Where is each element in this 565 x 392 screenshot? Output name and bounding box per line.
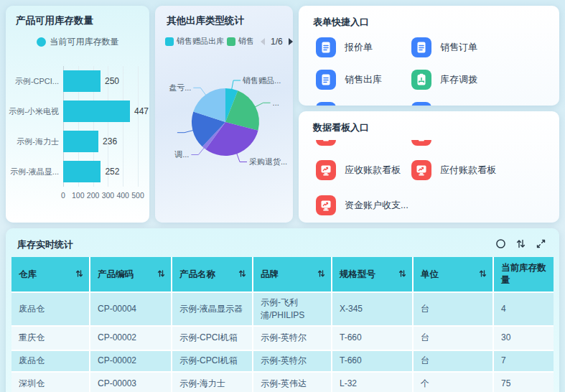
dashboard-shortcut-item[interactable] <box>316 140 345 146</box>
column-header-label: 当前库存数量 <box>501 262 548 286</box>
dashboard-shortcut-item-label: 应付账款看板 <box>440 160 496 180</box>
column-header[interactable]: 仓库 <box>11 257 90 292</box>
table-cell: 示例-海力士 <box>172 372 253 392</box>
bar[interactable] <box>63 70 101 92</box>
column-header[interactable]: 当前库存数量 <box>493 257 554 292</box>
dashboards-list: 应收账款看板应付账款看板资金账户收支... <box>299 140 559 223</box>
sort-icon[interactable] <box>515 238 526 249</box>
bar[interactable] <box>63 101 130 122</box>
inventory-table-panel: 库存实时统计 仓库产品编码产品名称品牌规格型号单位当前库存数量 废品仓CP-00… <box>6 228 559 392</box>
pie-legend-items: 销售赠品出库销售 <box>165 36 257 47</box>
table-cell: 30 <box>493 326 554 350</box>
dashboard-shortcut-item[interactable]: 应收账款看板 <box>316 160 401 180</box>
pie-legend-item[interactable]: 销售 <box>227 36 254 47</box>
x-axis-tick: 400 <box>116 191 129 200</box>
column-header-inner: 产品编码 <box>98 269 165 281</box>
bar-chart-legend[interactable]: 当前可用库存数量 <box>6 36 149 48</box>
x-axis-tick: 200 <box>87 191 100 200</box>
bar-value-label: 252 <box>105 157 119 187</box>
column-header[interactable]: 品牌 <box>253 257 332 292</box>
doc-icon <box>316 37 336 57</box>
table-cell: 7 <box>493 350 554 372</box>
bar-row: 示例-小米电视447 <box>6 96 149 126</box>
bar-value-label: 250 <box>105 66 119 96</box>
inventory-table: 仓库产品编码产品名称品牌规格型号单位当前库存数量 废品仓CP-00004示例-液… <box>11 257 554 392</box>
doc-icon <box>316 70 336 90</box>
bar[interactable] <box>63 161 101 182</box>
table-cell: T-660 <box>332 326 413 350</box>
table-cell: CP-00003 <box>90 372 172 392</box>
table-cell: 深圳仓 <box>11 372 90 392</box>
dashboard-shortcut-item[interactable] <box>411 140 440 146</box>
bar-value-label: 236 <box>103 126 117 157</box>
column-sort-icon[interactable] <box>157 269 165 280</box>
column-sort-icon[interactable] <box>75 269 83 280</box>
doc-icon <box>411 102 431 106</box>
legend-next-icon[interactable] <box>289 38 293 45</box>
form-shortcut-item[interactable]: 销售出库 <box>316 70 382 90</box>
form-shortcuts-panel: 表单快捷入口 报价单销售订单销售出库库存调拨 <box>299 6 559 106</box>
inventory-dashboard-page: 产品可用库存数量 当前可用库存数量 0100200300400500示例-CPC… <box>0 0 565 392</box>
form-shortcut-item[interactable]: 销售订单 <box>411 37 477 57</box>
dashboards-title: 数据看板入口 <box>313 121 369 134</box>
legend-label: 销售 <box>238 36 254 47</box>
column-header[interactable]: 产品编码 <box>90 257 172 292</box>
table-cell: CP-00002 <box>90 326 172 350</box>
column-sort-icon[interactable] <box>398 269 406 280</box>
table-cell: 示例-英伟达 <box>253 372 332 392</box>
form-shortcut-item[interactable] <box>316 102 345 106</box>
pie-legend-item[interactable]: 销售赠品出库 <box>165 36 224 47</box>
table-row[interactable]: 废品仓CP-00004示例-液晶显示器示例-飞利浦/PHILIPSX-345台4 <box>11 292 554 326</box>
dashboard-icon <box>316 140 336 146</box>
column-header-inner: 产品名称 <box>179 269 246 281</box>
table-cell: X-345 <box>332 292 413 326</box>
legend-marker <box>227 37 235 46</box>
bar-category-label: 示例-海力士 <box>6 126 59 157</box>
x-axis-tick: 300 <box>102 191 115 200</box>
bar-chart-panel: 产品可用库存数量 当前可用库存数量 0100200300400500示例-CPC… <box>6 6 149 223</box>
table-row[interactable]: 深圳仓CP-00003示例-海力士示例-英伟达L-32个75 <box>11 372 554 392</box>
pie-callout-label: 采购退货... <box>249 157 287 166</box>
column-header-label: 产品编码 <box>98 269 134 281</box>
table-row[interactable]: 重庆仓CP-00002示例-CPCI机箱示例-英特尔T-660台30 <box>11 326 554 350</box>
refresh-icon[interactable] <box>495 238 506 249</box>
column-sort-icon[interactable] <box>317 269 325 280</box>
form-shortcut-item-label: 销售出库 <box>345 70 382 90</box>
column-header[interactable]: 规格型号 <box>332 257 413 292</box>
pie-callout-line <box>232 80 241 90</box>
dashboard-shortcut-item[interactable]: 应付账款看板 <box>411 160 496 180</box>
bar[interactable] <box>63 131 98 152</box>
legend-label: 销售赠品出库 <box>177 36 224 47</box>
table-cell: 重庆仓 <box>11 326 90 350</box>
bar-chart-title: 产品可用库存数量 <box>16 14 93 27</box>
column-header-label: 规格型号 <box>340 269 375 281</box>
column-header-label: 单位 <box>421 269 439 281</box>
column-header-inner: 当前库存数量 <box>501 262 548 286</box>
form-shortcuts-list: 报价单销售订单销售出库库存调拨 <box>299 34 559 106</box>
legend-prev-icon[interactable] <box>261 38 265 45</box>
clipboard-icon <box>411 70 431 90</box>
column-header[interactable]: 单位 <box>413 257 493 292</box>
pie-callout-line <box>191 147 204 154</box>
pie-callout-line <box>237 153 247 162</box>
column-header-inner: 品牌 <box>261 269 325 281</box>
form-shortcut-item[interactable]: 库存调拨 <box>411 70 477 90</box>
table-toolbar <box>495 238 546 249</box>
fullscreen-icon[interactable] <box>536 238 546 249</box>
dashboard-icon <box>316 195 336 215</box>
table-row[interactable]: 废品仓CP-00002示例-CPCI机箱示例-英特尔T-660台7 <box>11 350 554 372</box>
table-cell: CP-00004 <box>90 292 172 326</box>
pie-callout-line <box>177 130 194 132</box>
column-sort-icon[interactable] <box>479 269 487 280</box>
form-shortcut-item[interactable] <box>411 102 440 106</box>
column-header[interactable]: 产品名称 <box>172 257 253 292</box>
legend-page-indicator: 1/6 <box>271 37 283 47</box>
column-header-label: 仓库 <box>19 269 37 281</box>
dashboard-shortcut-item[interactable]: 资金账户收支... <box>316 195 408 215</box>
table-cell: 示例-液晶显示器 <box>172 292 253 326</box>
form-shortcut-item[interactable]: 报价单 <box>316 37 373 57</box>
bar-row: 示例-CPCI...250 <box>6 66 149 96</box>
pie-callout-label: 调... <box>174 150 189 159</box>
column-sort-icon[interactable] <box>238 269 246 280</box>
pie-callout-line <box>255 103 271 107</box>
